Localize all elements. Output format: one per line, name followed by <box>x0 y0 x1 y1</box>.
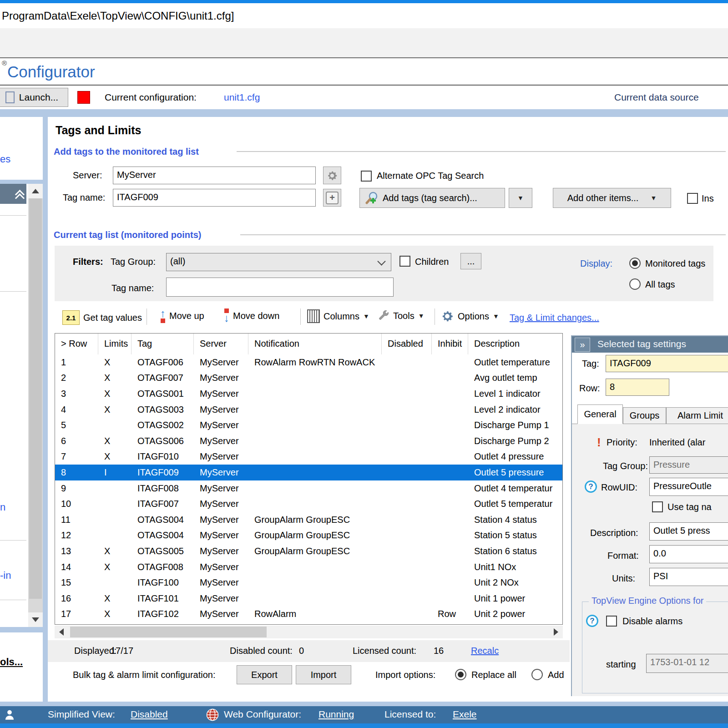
h-scroll-thumb[interactable] <box>70 627 267 637</box>
column-header[interactable]: Inhibit <box>432 334 468 354</box>
tag-limit-changes-link[interactable]: Tag & Limit changes... <box>510 313 599 323</box>
add-tags-search-button[interactable]: Add tags (tag search)... <box>359 188 505 208</box>
use-tag-name-checkbox[interactable] <box>652 501 663 512</box>
table-row[interactable]: 16XITAGF101MyServerUnit 1 power <box>55 591 562 607</box>
scroll-thumb[interactable] <box>29 198 42 599</box>
columns-button[interactable]: Columns ▼ <box>307 309 369 323</box>
table-row[interactable]: 11OTAGS004MyServerGroupAlarm GroupESCSta… <box>55 512 562 528</box>
rowuid-input[interactable]: PressureOutle <box>649 478 728 496</box>
cell-description: Unit1 NOx <box>468 562 562 572</box>
bulk-config-label: Bulk tag & alarm limit configuration: <box>73 670 215 680</box>
panel-tag-group-input: Pressure <box>649 456 728 474</box>
column-header[interactable]: > Row <box>55 334 98 354</box>
chevron-down-icon: ▼ <box>418 312 425 319</box>
disable-alarms-checkbox[interactable] <box>606 616 617 627</box>
column-header[interactable]: Notification <box>248 334 382 354</box>
add-radio[interactable] <box>531 669 543 680</box>
filter-tag-name-input[interactable] <box>166 278 394 297</box>
table-row[interactable]: 1XOTAGF006MyServerRowAlarm RowRTN RowACK… <box>55 354 562 370</box>
table-row[interactable]: 7XITAGF010MyServerOutlet 4 pressure <box>55 449 562 465</box>
column-header[interactable]: Limits <box>98 334 131 354</box>
table-row[interactable]: 12OTAGS004MyServerGroupAlarm GroupESCSta… <box>55 528 562 544</box>
alternate-opc-checkbox[interactable] <box>361 171 372 182</box>
cell-server: MyServer <box>194 483 248 494</box>
sidebar-divider <box>0 215 26 216</box>
cell-row: 17 <box>55 609 98 619</box>
sidebar-scrollbar[interactable] <box>28 184 43 627</box>
web-configurator-value[interactable]: Running <box>318 709 354 720</box>
sidebar-link-fragment-mid[interactable]: n <box>0 501 5 513</box>
sidebar-section-header[interactable] <box>0 184 26 204</box>
cell-description: Level 2 indicator <box>468 404 562 415</box>
insert-checkbox[interactable] <box>687 193 698 204</box>
column-header[interactable]: Disabled <box>382 334 432 354</box>
cell-tag: OTAGS001 <box>131 389 194 399</box>
panel-tag-input[interactable]: ITAGF009 <box>606 355 728 372</box>
column-header[interactable]: Description <box>468 334 562 354</box>
add-tags-dropdown-button[interactable]: ▼ <box>509 188 532 208</box>
add-tag-button[interactable]: + <box>323 189 341 207</box>
cell-server: MyServer <box>194 420 248 430</box>
table-row[interactable]: 2XOTAGF007MyServerAvg outlet temp <box>55 370 562 386</box>
display-all-radio[interactable] <box>629 278 641 290</box>
rowuid-help-icon[interactable]: ? <box>585 480 597 493</box>
launch-button[interactable]: Launch... <box>0 88 68 107</box>
simplified-view-value[interactable]: Disabled <box>131 709 168 720</box>
move-up-button[interactable]: ↑ Move up <box>160 308 204 323</box>
scroll-left-button[interactable] <box>55 626 68 638</box>
table-row[interactable]: 17XITAGF102MyServerRowAlarmRowUnit 2 pow… <box>55 607 562 622</box>
sidebar-link-fragment-top[interactable]: es <box>0 153 10 165</box>
get-tag-values-button[interactable]: 2.1 Get tag values <box>62 310 142 325</box>
current-config-link[interactable]: unit1.cfg <box>224 92 260 103</box>
recalc-link[interactable]: Recalc <box>471 646 499 656</box>
tab-groups[interactable]: Groups <box>623 407 666 424</box>
display-monitored-radio[interactable] <box>629 258 641 269</box>
table-h-scrollbar[interactable] <box>55 626 563 638</box>
tag-name-input[interactable]: ITAGF009 <box>113 189 316 207</box>
column-header[interactable]: Tag <box>131 334 194 354</box>
table-row[interactable]: 14XOTAGF008MyServerUnit1 NOx <box>55 559 562 575</box>
cell-limits: X <box>98 436 131 446</box>
add-other-items-button[interactable]: Add other items... ▼ <box>553 188 671 208</box>
cell-limits: X <box>98 546 131 556</box>
units-input[interactable]: PSI <box>649 568 728 586</box>
scroll-right-button[interactable] <box>549 626 563 638</box>
panel-row-input[interactable]: 8 <box>606 379 669 396</box>
cell-tag: OTAGS002 <box>131 420 194 430</box>
tools-button[interactable]: Tools ▼ <box>377 309 425 322</box>
table-row[interactable]: 9ITAGF008MyServerOutlet 4 temperatur <box>55 480 562 496</box>
export-button[interactable]: Export <box>237 665 292 684</box>
children-checkbox[interactable] <box>399 256 410 267</box>
table-row[interactable]: 4XOTAGS003MyServerLevel 2 indicator <box>55 402 562 418</box>
filter-tag-group-label: Tag Group: <box>111 257 156 267</box>
replace-all-radio[interactable] <box>455 669 466 680</box>
tag-group-more-button[interactable]: ... <box>460 253 481 269</box>
options-button[interactable]: Options ▼ <box>440 309 499 323</box>
table-row[interactable]: 13XOTAGS005MyServerGroupAlarm GroupESCSt… <box>55 543 562 559</box>
scroll-up-button[interactable] <box>28 184 43 198</box>
move-down-button[interactable]: ↓ Move down <box>224 308 279 323</box>
collapse-panel-button[interactable]: » <box>575 338 590 352</box>
server-input[interactable]: MyServer <box>113 167 316 184</box>
server-settings-button[interactable] <box>323 167 341 184</box>
disable-alarms-help-icon[interactable]: ? <box>586 615 598 627</box>
table-row[interactable]: 5OTAGS002MyServerDischarge Pump 1 <box>55 417 562 433</box>
cell-notification: RowAlarm RowRTN RowACK <box>248 357 382 368</box>
tag-group-select[interactable]: (all) <box>166 253 391 271</box>
licensed-to-value[interactable]: Exele <box>453 709 477 720</box>
table-row[interactable]: 3XOTAGS001MyServerLevel 1 indicator <box>55 386 562 402</box>
column-header[interactable]: Server <box>194 334 248 354</box>
starting-input[interactable]: 1753-01-01 12 <box>646 654 728 673</box>
table-row[interactable]: 8IITAGF009MyServerOutlet 5 pressure <box>55 465 562 480</box>
sidebar-link-fragment-lower[interactable]: -in <box>0 570 11 581</box>
table-row[interactable]: 15ITAGF100MyServerUnit 2 NOx <box>55 575 562 591</box>
tab-alarm-limits[interactable]: Alarm Limit <box>666 407 728 424</box>
scroll-down-button[interactable] <box>28 612 43 627</box>
import-button[interactable]: Import <box>296 665 351 684</box>
table-row[interactable]: 6XOTAGS006MyServerDischarge Pump 2 <box>55 433 562 449</box>
panel-description-input[interactable]: Outlet 5 press <box>649 522 728 541</box>
sidebar-tools-link-fragment[interactable]: ols... <box>0 656 23 668</box>
table-row[interactable]: 10ITAGF007MyServerOutlet 5 temperatur <box>55 496 562 512</box>
format-input[interactable]: 0.0 <box>649 545 728 563</box>
tab-general[interactable]: General <box>577 404 623 424</box>
